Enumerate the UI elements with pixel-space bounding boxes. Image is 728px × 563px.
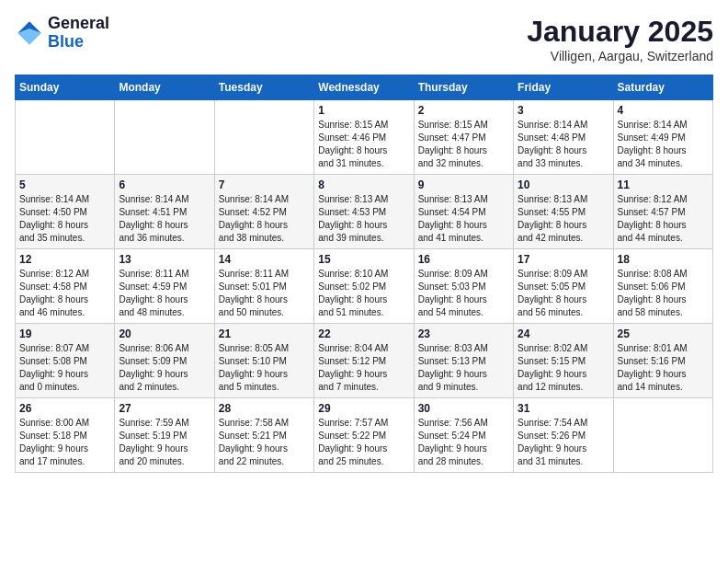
day-detail: Sunrise: 8:14 AMSunset: 4:49 PMDaylight:… [618, 119, 709, 170]
calendar-cell: 28Sunrise: 7:58 AMSunset: 5:21 PMDayligh… [214, 398, 313, 473]
day-detail: Sunrise: 8:14 AMSunset: 4:48 PMDaylight:… [518, 119, 609, 170]
month-title: January 2025 [527, 15, 713, 49]
day-detail: Sunrise: 8:13 AMSunset: 4:53 PMDaylight:… [318, 193, 409, 245]
page-header: General Blue January 2025 Villigen, Aarg… [15, 15, 713, 63]
day-detail: Sunrise: 8:11 AMSunset: 4:59 PMDaylight:… [119, 268, 210, 319]
day-detail: Sunrise: 8:13 AMSunset: 4:55 PMDaylight:… [518, 193, 609, 245]
calendar-week-row: 12Sunrise: 8:12 AMSunset: 4:58 PMDayligh… [16, 249, 713, 324]
day-detail: Sunrise: 7:56 AMSunset: 5:24 PMDaylight:… [418, 417, 509, 468]
day-number: 29 [318, 402, 409, 415]
day-number: 15 [318, 253, 409, 266]
day-detail: Sunrise: 8:04 AMSunset: 5:12 PMDaylight:… [318, 342, 409, 394]
calendar-week-row: 5Sunrise: 8:14 AMSunset: 4:50 PMDaylight… [16, 175, 713, 249]
day-detail: Sunrise: 8:14 AMSunset: 4:51 PMDaylight:… [119, 193, 210, 245]
day-detail: Sunrise: 8:07 AMSunset: 5:08 PMDaylight:… [19, 342, 110, 394]
day-detail: Sunrise: 8:06 AMSunset: 5:09 PMDaylight:… [119, 342, 210, 394]
calendar-cell: 27Sunrise: 7:59 AMSunset: 5:19 PMDayligh… [115, 398, 214, 473]
calendar-header-row: Sunday Monday Tuesday Wednesday Thursday… [16, 75, 713, 100]
day-number: 11 [618, 178, 709, 191]
calendar-cell: 5Sunrise: 8:14 AMSunset: 4:50 PMDaylight… [16, 175, 115, 249]
day-detail: Sunrise: 8:09 AMSunset: 5:05 PMDaylight:… [518, 268, 609, 319]
day-detail: Sunrise: 8:12 AMSunset: 4:58 PMDaylight:… [19, 268, 110, 319]
header-monday: Monday [115, 75, 214, 100]
calendar-cell: 24Sunrise: 8:02 AMSunset: 5:15 PMDayligh… [514, 324, 613, 398]
header-thursday: Thursday [414, 75, 513, 100]
header-tuesday: Tuesday [214, 75, 313, 100]
calendar-table: Sunday Monday Tuesday Wednesday Thursday… [15, 75, 713, 473]
calendar-cell: 22Sunrise: 8:04 AMSunset: 5:12 PMDayligh… [314, 324, 414, 398]
day-number: 21 [219, 327, 310, 340]
header-friday: Friday [514, 75, 613, 100]
calendar-cell: 26Sunrise: 8:00 AMSunset: 5:18 PMDayligh… [16, 398, 115, 473]
day-detail: Sunrise: 8:05 AMSunset: 5:10 PMDaylight:… [219, 342, 310, 394]
day-number: 31 [518, 402, 609, 415]
day-number: 27 [119, 402, 210, 415]
day-detail: Sunrise: 8:15 AMSunset: 4:46 PMDaylight:… [318, 119, 409, 170]
calendar-cell [16, 100, 115, 175]
day-number: 22 [318, 327, 409, 340]
calendar-cell: 9Sunrise: 8:13 AMSunset: 4:54 PMDaylight… [414, 175, 513, 249]
day-detail: Sunrise: 8:02 AMSunset: 5:15 PMDaylight:… [518, 342, 609, 394]
calendar-week-row: 1Sunrise: 8:15 AMSunset: 4:46 PMDaylight… [16, 100, 713, 175]
calendar-cell: 8Sunrise: 8:13 AMSunset: 4:53 PMDaylight… [314, 175, 414, 249]
calendar-cell: 6Sunrise: 8:14 AMSunset: 4:51 PMDaylight… [115, 175, 214, 249]
day-number: 23 [418, 327, 509, 340]
day-detail: Sunrise: 8:14 AMSunset: 4:50 PMDaylight:… [19, 193, 110, 245]
calendar-cell: 1Sunrise: 8:15 AMSunset: 4:46 PMDaylight… [314, 100, 414, 175]
day-number: 28 [219, 402, 310, 415]
day-number: 25 [618, 327, 709, 340]
day-number: 17 [518, 253, 609, 266]
day-number: 2 [418, 104, 509, 117]
logo-text: General Blue [48, 15, 109, 52]
day-number: 7 [219, 178, 310, 191]
day-number: 14 [219, 253, 310, 266]
calendar-cell: 17Sunrise: 8:09 AMSunset: 5:05 PMDayligh… [514, 249, 613, 324]
day-detail: Sunrise: 8:09 AMSunset: 5:03 PMDaylight:… [418, 268, 509, 319]
day-number: 30 [418, 402, 509, 415]
calendar-cell: 15Sunrise: 8:10 AMSunset: 5:02 PMDayligh… [314, 249, 414, 324]
calendar-cell: 25Sunrise: 8:01 AMSunset: 5:16 PMDayligh… [613, 324, 712, 398]
day-detail: Sunrise: 7:57 AMSunset: 5:22 PMDaylight:… [318, 417, 409, 468]
day-detail: Sunrise: 7:54 AMSunset: 5:26 PMDaylight:… [518, 417, 609, 468]
logo: General Blue [15, 15, 109, 52]
header-wednesday: Wednesday [314, 75, 414, 100]
day-detail: Sunrise: 8:03 AMSunset: 5:13 PMDaylight:… [418, 342, 509, 394]
calendar-cell: 7Sunrise: 8:14 AMSunset: 4:52 PMDaylight… [214, 175, 313, 249]
title-block: January 2025 Villigen, Aargau, Switzerla… [527, 15, 713, 63]
header-saturday: Saturday [613, 75, 712, 100]
day-number: 24 [518, 327, 609, 340]
calendar-cell: 12Sunrise: 8:12 AMSunset: 4:58 PMDayligh… [16, 249, 115, 324]
day-number: 13 [119, 253, 210, 266]
calendar-cell: 14Sunrise: 8:11 AMSunset: 5:01 PMDayligh… [214, 249, 313, 324]
day-number: 3 [518, 104, 609, 117]
day-detail: Sunrise: 8:12 AMSunset: 4:57 PMDaylight:… [618, 193, 709, 245]
location: Villigen, Aargau, Switzerland [527, 49, 713, 63]
calendar-cell [613, 398, 712, 473]
day-detail: Sunrise: 8:15 AMSunset: 4:47 PMDaylight:… [418, 119, 509, 170]
day-number: 4 [618, 104, 709, 117]
calendar-cell [214, 100, 313, 175]
calendar-cell: 4Sunrise: 8:14 AMSunset: 4:49 PMDaylight… [613, 100, 712, 175]
day-number: 12 [19, 253, 110, 266]
day-detail: Sunrise: 7:59 AMSunset: 5:19 PMDaylight:… [119, 417, 210, 468]
calendar-cell: 2Sunrise: 8:15 AMSunset: 4:47 PMDaylight… [414, 100, 513, 175]
calendar-cell [115, 100, 214, 175]
day-detail: Sunrise: 7:58 AMSunset: 5:21 PMDaylight:… [219, 417, 310, 468]
calendar-cell: 29Sunrise: 7:57 AMSunset: 5:22 PMDayligh… [314, 398, 414, 473]
day-detail: Sunrise: 8:10 AMSunset: 5:02 PMDaylight:… [318, 268, 409, 319]
day-detail: Sunrise: 8:13 AMSunset: 4:54 PMDaylight:… [418, 193, 509, 245]
calendar-cell: 11Sunrise: 8:12 AMSunset: 4:57 PMDayligh… [613, 175, 712, 249]
calendar-cell: 21Sunrise: 8:05 AMSunset: 5:10 PMDayligh… [214, 324, 313, 398]
calendar-cell: 23Sunrise: 8:03 AMSunset: 5:13 PMDayligh… [414, 324, 513, 398]
calendar-cell: 30Sunrise: 7:56 AMSunset: 5:24 PMDayligh… [414, 398, 513, 473]
day-number: 16 [418, 253, 509, 266]
day-number: 18 [618, 253, 709, 266]
day-number: 19 [19, 327, 110, 340]
day-detail: Sunrise: 8:14 AMSunset: 4:52 PMDaylight:… [219, 193, 310, 245]
calendar-cell: 3Sunrise: 8:14 AMSunset: 4:48 PMDaylight… [514, 100, 613, 175]
day-number: 20 [119, 327, 210, 340]
day-detail: Sunrise: 8:01 AMSunset: 5:16 PMDaylight:… [618, 342, 709, 394]
day-number: 26 [19, 402, 110, 415]
day-number: 5 [19, 178, 110, 191]
day-detail: Sunrise: 8:11 AMSunset: 5:01 PMDaylight:… [219, 268, 310, 319]
